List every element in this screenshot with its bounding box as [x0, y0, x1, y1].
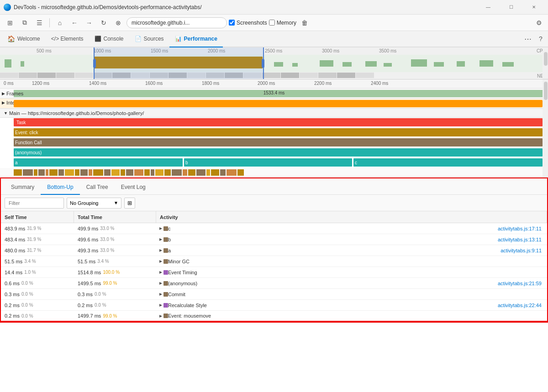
tab-welcome[interactable]: 🏠 Welcome: [2, 31, 46, 47]
sub-23: [183, 169, 187, 176]
interactions-expand-icon[interactable]: ▶: [2, 100, 5, 105]
devtools-tab-bar: 🏠 Welcome </> Elements ⬛ Console 📄 Sourc…: [0, 31, 548, 47]
tab-sources[interactable]: 📄 Sources: [129, 31, 169, 47]
tab-console-label: Console: [104, 36, 124, 42]
sub-4: [38, 169, 45, 176]
tab-bottom-up[interactable]: Bottom-Up: [41, 180, 79, 195]
row-expand-arrow[interactable]: ▶: [158, 313, 163, 319]
table-row[interactable]: 0.2 ms 0.0 % 0.2 ms 0.0 % ▶ Recalculate …: [1, 300, 547, 311]
selection-right-handle[interactable]: [262, 59, 264, 68]
row-expand-arrow[interactable]: ▶: [158, 292, 163, 297]
cpu-spike-1: [5, 59, 11, 68]
timeline-scrollbar[interactable]: [543, 79, 548, 177]
row-expand-arrow[interactable]: ▶: [158, 303, 163, 308]
table-row[interactable]: 480.0 ms 31.7 % 499.3 ms 33.0 % ▶ a acti…: [1, 245, 547, 256]
screenshots-checkbox-label[interactable]: Screenshots: [229, 20, 267, 26]
overview-scrollbar[interactable]: [543, 47, 548, 79]
stop-button[interactable]: ⊗: [112, 16, 125, 29]
interaction-bar-main: [14, 100, 543, 107]
timeline-overview: 500 ms 1000 ms 1500 ms 2000 ms 2500 ms 3…: [0, 47, 548, 79]
tab-call-tree[interactable]: Call Tree: [80, 180, 115, 195]
self-time-val: 0.3 ms: [5, 292, 20, 297]
help-button[interactable]: ?: [535, 33, 546, 44]
col-total-time[interactable]: Total Time: [74, 211, 156, 223]
sub-11: [89, 169, 92, 176]
frames-label[interactable]: ▶ Frames: [0, 91, 23, 96]
memory-checkbox-label[interactable]: Memory: [269, 20, 296, 26]
selection-overlay[interactable]: [94, 47, 264, 79]
grouping-select[interactable]: No Grouping ▼: [67, 198, 121, 209]
row-expand-arrow[interactable]: ▶: [158, 281, 163, 286]
home-button[interactable]: ⌂: [53, 16, 66, 29]
activity-cell: ▶ c activitytabs.js:17:11: [156, 223, 547, 234]
table-row[interactable]: 0.6 ms 0.0 % 1499.5 ms 99.0 % ▶ (anonymo…: [1, 278, 547, 289]
table-row[interactable]: 483.9 ms 31.9 % 499.9 ms 33.0 % ▶ c acti…: [1, 223, 547, 234]
self-time-val: 0.2 ms: [5, 303, 20, 308]
tab-console[interactable]: ⬛ Console: [89, 31, 129, 47]
frames-expand-icon[interactable]: ▶: [2, 91, 5, 96]
source-link[interactable]: activitytabs.js:13:11: [498, 237, 545, 242]
row-expand-arrow[interactable]: ▶: [158, 259, 163, 264]
source-link[interactable]: activitytabs.js:21:59: [498, 281, 545, 286]
row-expand-arrow[interactable]: ▶: [158, 270, 163, 275]
col-activity[interactable]: Activity: [156, 211, 547, 223]
source-link[interactable]: activitytabs.js:9:11: [501, 248, 545, 253]
screenshots-checkbox[interactable]: [229, 20, 235, 26]
source-link[interactable]: activitytabs.js:22:44: [498, 303, 545, 308]
refresh-button[interactable]: ↻: [97, 16, 110, 29]
source-link[interactable]: activitytabs.js:17:11: [498, 226, 545, 231]
welcome-icon: 🏠: [7, 35, 15, 42]
overview-scrollbar-thumb[interactable]: [544, 52, 548, 66]
address-bar[interactable]: microsoftedge.github.i...: [126, 17, 227, 28]
console-icon: ⬛: [95, 36, 101, 42]
clear-button[interactable]: 🗑: [298, 16, 311, 29]
table-row[interactable]: 0.3 ms 0.0 % 0.3 ms 0.0 % ▶ Commit: [1, 289, 547, 300]
table-row[interactable]: 0.2 ms 0.0 % 1499.7 ms 99.0 % ▶ Event: m…: [1, 311, 547, 322]
sidebar-button[interactable]: ☰: [33, 16, 46, 29]
tab-summary[interactable]: Summary: [5, 180, 41, 195]
main-thread-expand[interactable]: ▼: [4, 111, 8, 115]
tab-bottom-up-label: Bottom-Up: [47, 184, 73, 190]
sub-1: [14, 169, 22, 176]
maximize-button[interactable]: ☐: [501, 0, 522, 15]
row-expand-arrow[interactable]: ▶: [158, 226, 163, 231]
selection-left-handle[interactable]: [93, 59, 96, 68]
self-time-cell: 0.2 ms 0.0 %: [1, 311, 74, 321]
total-time-val: 1499.7 ms: [78, 313, 101, 319]
timeline-scrollbar-thumb[interactable]: [544, 82, 548, 100]
tab-elements[interactable]: </> Elements: [46, 31, 89, 47]
function-call-label: Function Call: [15, 140, 42, 145]
sub-29: [227, 169, 237, 176]
close-button[interactable]: ✕: [523, 0, 544, 15]
timeline-detail: 0 ms 1200 ms 1400 ms 1600 ms 1800 ms 200…: [0, 79, 548, 178]
anonymous-block: (anonymous): [14, 148, 543, 157]
table-row[interactable]: 483.4 ms 31.9 % 499.6 ms 33.0 % ▶ b acti…: [1, 234, 547, 245]
new-tab-button[interactable]: ⊞: [4, 16, 16, 29]
col-self-time[interactable]: Self Time: [1, 211, 74, 223]
minimize-button[interactable]: —: [478, 0, 499, 15]
filter-input[interactable]: [5, 198, 64, 209]
total-time-cell: 499.9 ms 33.0 %: [74, 223, 156, 234]
settings-button[interactable]: ⚙: [533, 17, 544, 28]
self-time-val: 480.0 ms: [5, 248, 25, 253]
tab-sources-label: Sources: [144, 36, 164, 42]
forward-button[interactable]: →: [83, 16, 95, 29]
table-row[interactable]: 51.5 ms 3.4 % 51.5 ms 3.4 % ▶ Minor GC: [1, 256, 547, 267]
c-label: c: [355, 160, 357, 165]
memory-checkbox[interactable]: [269, 20, 275, 26]
self-time-val: 0.2 ms: [5, 313, 20, 319]
frames-track: ▶ Frames 1533.4 ms: [0, 89, 548, 99]
tab-event-log[interactable]: Event Log: [115, 180, 152, 195]
window-controls[interactable]: — ☐ ✕: [478, 0, 544, 15]
total-time-cell: 1499.5 ms 99.0 %: [74, 278, 156, 288]
row-expand-arrow[interactable]: ▶: [158, 237, 163, 242]
tab-performance[interactable]: 📊 Performance: [169, 31, 223, 47]
back-button[interactable]: ←: [68, 16, 81, 29]
table-row[interactable]: 14.4 ms 1.0 % 1514.8 ms 100.0 % ▶ Event …: [1, 267, 547, 278]
self-pct: 3.4 %: [24, 259, 36, 264]
row-expand-arrow[interactable]: ▶: [158, 248, 163, 253]
more-tabs-button[interactable]: ⋯: [522, 33, 533, 44]
split-tab-button[interactable]: ⧉: [18, 16, 31, 29]
task-block: Task: [14, 118, 543, 126]
expand-all-button[interactable]: ⊞: [124, 198, 135, 209]
